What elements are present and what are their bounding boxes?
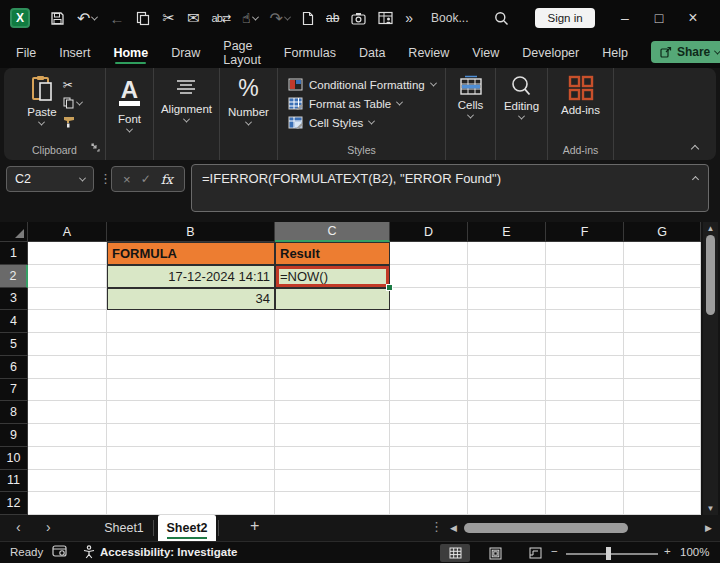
cell-F9[interactable]	[546, 424, 624, 447]
cut-button[interactable]: ✂	[63, 78, 82, 92]
column-header-G[interactable]: G	[624, 222, 701, 242]
row-header-3[interactable]: 3	[0, 288, 28, 311]
accessibility-icon[interactable]	[82, 545, 96, 561]
row-header-4[interactable]: 4	[0, 310, 28, 333]
search-icon[interactable]	[494, 11, 509, 26]
cell-D6[interactable]	[390, 356, 468, 379]
column-header-B[interactable]: B	[107, 222, 275, 242]
name-box[interactable]: C2	[6, 166, 94, 192]
cell-F5[interactable]	[546, 333, 624, 356]
number-chevron-icon[interactable]	[245, 119, 252, 126]
more-commands-icon[interactable]: »	[405, 10, 413, 26]
cell-E4[interactable]	[468, 310, 546, 333]
copy-button[interactable]	[63, 97, 82, 109]
cell-D12[interactable]	[390, 492, 468, 515]
undo-chevron-icon[interactable]	[91, 13, 98, 20]
cell-C9[interactable]	[275, 424, 390, 447]
save-icon[interactable]	[50, 11, 65, 26]
new-file-icon[interactable]	[302, 11, 314, 26]
tab-data[interactable]: Data	[359, 38, 385, 66]
cell-E10[interactable]	[468, 447, 546, 470]
addins-button[interactable]: Add-ins	[561, 75, 600, 116]
row-header-7[interactable]: 7	[0, 379, 28, 402]
cell-C5[interactable]	[275, 333, 390, 356]
cell-E3[interactable]	[468, 288, 546, 311]
cell-B7[interactable]	[107, 379, 275, 402]
tab-help[interactable]: Help	[602, 38, 628, 66]
paste-chevron-icon[interactable]	[38, 119, 45, 126]
sheet-tab-sheet1[interactable]: Sheet1	[96, 515, 152, 541]
horizontal-scroll-thumb[interactable]	[464, 523, 628, 533]
undo-button[interactable]: ↶	[77, 9, 97, 28]
excel-logo-icon[interactable]: X	[10, 8, 30, 28]
page-layout-view-button[interactable]	[480, 544, 510, 562]
row-header-9[interactable]: 9	[0, 424, 28, 447]
collapse-ribbon-icon[interactable]	[691, 145, 699, 153]
copy-chevron-icon[interactable]	[76, 98, 83, 105]
cell-C11[interactable]	[275, 470, 390, 493]
column-header-D[interactable]: D	[390, 222, 468, 242]
form-icon[interactable]	[378, 11, 393, 25]
cell-F12[interactable]	[546, 492, 624, 515]
cell-G9[interactable]	[624, 424, 701, 447]
vertical-scrollbar[interactable]: ▲ ▼	[703, 222, 718, 515]
cell-E12[interactable]	[468, 492, 546, 515]
cell-A12[interactable]	[28, 492, 107, 515]
column-header-A[interactable]: A	[28, 222, 107, 242]
cell-D2[interactable]	[390, 265, 468, 288]
cut-icon[interactable]: ✂	[162, 9, 175, 27]
cell-G4[interactable]	[624, 310, 701, 333]
cell-A4[interactable]	[28, 310, 107, 333]
cell-E5[interactable]	[468, 333, 546, 356]
cell-A11[interactable]	[28, 470, 107, 493]
cell-C3[interactable]	[275, 288, 390, 311]
normal-view-button[interactable]	[440, 544, 470, 562]
cell-B9[interactable]	[107, 424, 275, 447]
cell-F4[interactable]	[546, 310, 624, 333]
fill-handle[interactable]	[386, 284, 393, 291]
cell-A1[interactable]	[28, 242, 107, 265]
cell-C12[interactable]	[275, 492, 390, 515]
cell-G11[interactable]	[624, 470, 701, 493]
cell-B12[interactable]	[107, 492, 275, 515]
column-header-F[interactable]: F	[546, 222, 624, 242]
cell-C10[interactable]	[275, 447, 390, 470]
clipboard-dialog-launcher-icon[interactable]	[91, 138, 100, 156]
cell-A2[interactable]	[28, 265, 107, 288]
cell-B4[interactable]	[107, 310, 275, 333]
cell-E11[interactable]	[468, 470, 546, 493]
alignment-chevron-icon[interactable]	[183, 116, 190, 123]
zoom-level[interactable]: 100%	[680, 546, 709, 558]
cell-A5[interactable]	[28, 333, 107, 356]
cell-F10[interactable]	[546, 447, 624, 470]
cell-G1[interactable]	[624, 242, 701, 265]
tab-page-layout[interactable]: Page Layout	[223, 31, 261, 73]
cell-D7[interactable]	[390, 379, 468, 402]
row-header-2[interactable]: 2	[0, 265, 28, 288]
cell-G8[interactable]	[624, 401, 701, 424]
format-as-table-chevron-icon[interactable]	[396, 99, 403, 106]
cell-A7[interactable]	[28, 379, 107, 402]
cell-G5[interactable]	[624, 333, 701, 356]
copy-icon[interactable]	[136, 11, 150, 26]
formula-input[interactable]: =IFERROR(FORMULATEXT(B2), "ERROR Found")	[191, 164, 709, 212]
cell-F3[interactable]	[546, 288, 624, 311]
conditional-formatting-chevron-icon[interactable]	[430, 80, 437, 87]
cell-styles-chevron-icon[interactable]	[368, 118, 375, 125]
row-header-5[interactable]: 5	[0, 333, 28, 356]
cell-D9[interactable]	[390, 424, 468, 447]
select-all-corner[interactable]	[0, 222, 28, 242]
cell-D11[interactable]	[390, 470, 468, 493]
cell-G6[interactable]	[624, 356, 701, 379]
name-box-chevron-icon[interactable]	[79, 174, 86, 181]
camera-icon[interactable]	[351, 12, 366, 25]
close-button[interactable]: ×	[676, 9, 710, 27]
cell-D8[interactable]	[390, 401, 468, 424]
editing-chevron-icon[interactable]	[518, 113, 525, 120]
zoom-slider-track[interactable]	[566, 553, 658, 555]
font-button[interactable]: A Font	[118, 75, 141, 133]
cell-D5[interactable]	[390, 333, 468, 356]
maximize-button[interactable]: □	[642, 10, 676, 26]
cell-G10[interactable]	[624, 447, 701, 470]
cell-G3[interactable]	[624, 288, 701, 311]
